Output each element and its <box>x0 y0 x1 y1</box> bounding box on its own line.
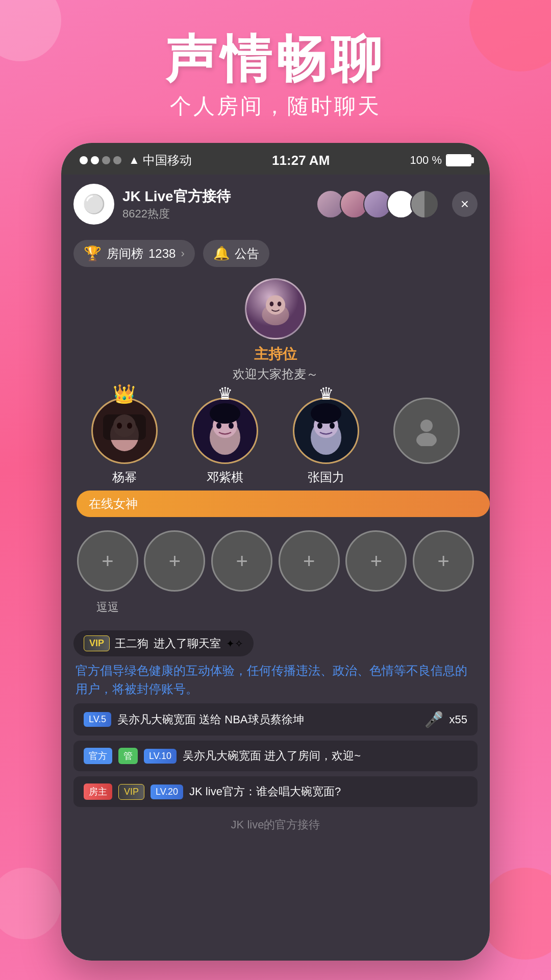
status-right: 100 % <box>410 154 471 167</box>
gift-message: LV.5 吴亦凡大碗宽面 送给 NBA球员蔡徐坤 🎤 x55 <box>73 703 478 736</box>
enter-text: 吴亦凡大碗宽面 进入了房间，欢迎~ <box>183 748 361 764</box>
decorative-blob-bl <box>0 868 61 939</box>
warning-text: 官方倡导绿色健康的互动体验，任何传播违法、政治、色情等不良信息的用户，将被封停账… <box>73 662 478 698</box>
signal-dot-2 <box>91 156 99 164</box>
extra-seats-row: + 逗逗 + + + + + <box>61 525 490 625</box>
seat-name-3: 张国力 <box>308 469 344 485</box>
enter-action: 进入了房间，欢迎~ <box>264 749 361 762</box>
svg-point-16 <box>229 423 234 429</box>
host-avatar <box>245 278 306 339</box>
extra-seat-2: + <box>144 530 205 592</box>
yang-face <box>93 399 156 462</box>
svg-point-3 <box>270 302 274 307</box>
notice-badge[interactable]: 🔔 公告 <box>203 240 269 267</box>
gift-action-label: 送给 <box>199 713 224 726</box>
rank-badge[interactable]: 🏆 房间榜 1238 › <box>73 240 195 267</box>
empty-seat-icon <box>411 415 442 446</box>
seat-avatar-wrap-4 <box>393 398 460 464</box>
gift-receiver: NBA球员蔡徐坤 <box>224 713 304 726</box>
chat-area: VIP 王二狗 进入了聊天室 ✦✧ 官方倡导绿色健康的互动体验，任何传播违法、政… <box>61 625 490 812</box>
enter-action: 进入了聊天室 <box>154 636 221 651</box>
chevron-right-icon: › <box>181 247 184 260</box>
status-left: ▲ 中国移动 <box>80 152 192 168</box>
wifi-icon: ▲ <box>129 154 140 167</box>
hero-title: 声情畅聊 <box>0 31 551 87</box>
extra-seat-item-3[interactable]: + <box>211 530 272 615</box>
svg-point-15 <box>216 423 221 429</box>
svg-point-21 <box>317 423 322 429</box>
extra-seat-item-2[interactable]: + <box>144 530 205 615</box>
zhang-face <box>294 399 358 462</box>
svg-point-4 <box>278 302 282 307</box>
gift-lv-badge: LV.5 <box>84 712 111 727</box>
seat-item-2[interactable]: ♛ 邓紫棋 <box>192 398 258 485</box>
mgr-badge: 管 <box>118 748 138 764</box>
extra-seat-item-5[interactable]: + <box>345 530 407 615</box>
extra-seat-1: + <box>77 530 138 592</box>
seat-item-3[interactable]: ♛ 张国力 <box>293 398 359 485</box>
extra-seat-item-1[interactable]: + 逗逗 <box>77 530 138 615</box>
svg-point-23 <box>420 420 433 432</box>
extra-seat-4: + <box>279 530 340 592</box>
room-heat: 8622热度 <box>122 206 308 222</box>
hero-section: 声情畅聊 个人房间，随时聊天 <box>0 0 551 136</box>
rank-label: 房间榜 <box>107 246 143 262</box>
seat-item-1[interactable]: 👑 杨幂 <box>91 398 158 485</box>
extra-seat-6: + <box>413 530 474 592</box>
room-avatar: ⚪ <box>73 184 114 225</box>
online-goddess-badge: 在线女神 <box>77 491 490 517</box>
seat-name-2: 邓紫棋 <box>207 469 243 485</box>
official-badge: 官方 <box>84 748 112 764</box>
extra-seat-3: + <box>211 530 272 592</box>
trophy-icon: 🏆 <box>84 245 102 262</box>
time-display: 11:27 AM <box>272 153 330 168</box>
enter-user: 吴亦凡大碗宽面 <box>183 749 261 762</box>
crown-silver-icon-2: ♛ <box>217 383 233 404</box>
deng-face <box>193 399 257 462</box>
extra-seat-item-6[interactable]: + <box>413 530 474 615</box>
svg-point-10 <box>127 423 132 429</box>
svg-point-20 <box>311 403 341 424</box>
gift-sender: 吴亦凡大碗宽面 <box>117 713 196 726</box>
owner-text: JK live官方：谁会唱大碗宽面? <box>189 784 341 799</box>
extra-seat-item-4[interactable]: + <box>279 530 340 615</box>
owner-lv-badge: LV.20 <box>151 785 183 799</box>
signal-dot-4 <box>113 156 121 164</box>
decorative-blob-br <box>480 868 551 960</box>
gift-count: x55 <box>449 713 467 726</box>
enter-lv-badge: LV.10 <box>144 749 177 764</box>
room-header: ⚪ JK Live官方接待 8622热度 × <box>61 175 490 234</box>
seat-avatar-2 <box>192 398 258 464</box>
crown-silver-icon-3: ♛ <box>318 383 334 404</box>
hero-subtitle: 个人房间，随时聊天 <box>0 92 551 120</box>
status-bar: ▲ 中国移动 11:27 AM 100 % <box>61 143 490 175</box>
svg-point-14 <box>210 403 240 424</box>
seats-row: 👑 杨幂 <box>61 387 490 496</box>
owner-badge: 房主 <box>84 783 112 800</box>
host-face-svg <box>246 278 305 339</box>
seat-name-1: 杨幂 <box>112 469 137 485</box>
vip-badge: VIP <box>84 635 110 651</box>
battery-fill <box>447 155 470 165</box>
owner-vip-badge: VIP <box>118 784 144 800</box>
svg-point-22 <box>330 423 335 429</box>
extra-seat-label-1: 逗逗 <box>96 600 119 615</box>
phone-mockup: ▲ 中国移动 11:27 AM 100 % ⚪ JK Live官方接待 8622… <box>61 143 490 961</box>
seat-item-4[interactable] <box>393 398 460 469</box>
signal-dot-1 <box>80 156 88 164</box>
seat-avatar-wrap-2: ♛ <box>192 398 258 464</box>
room-name: JK Live官方接待 <box>122 187 308 206</box>
battery-icon <box>446 154 471 166</box>
crown-gold-icon-1: 👑 <box>113 383 136 405</box>
seat-avatar-4 <box>393 398 460 464</box>
seat-avatar-3 <box>293 398 359 464</box>
svg-point-24 <box>416 433 437 446</box>
system-enter-notice: VIP 王二狗 进入了聊天室 ✦✧ <box>73 630 254 656</box>
close-button[interactable]: × <box>452 191 478 217</box>
gift-text: 吴亦凡大碗宽面 送给 NBA球员蔡徐坤 <box>117 712 418 727</box>
host-label: 主持位 <box>254 345 297 364</box>
battery-percent: 100 % <box>410 154 442 167</box>
carrier-label: 中国移动 <box>143 152 192 168</box>
app-content: ⚪ JK Live官方接待 8622热度 × 🏆 房间榜 1238 › <box>61 175 490 961</box>
bell-icon: 🔔 <box>213 246 230 261</box>
